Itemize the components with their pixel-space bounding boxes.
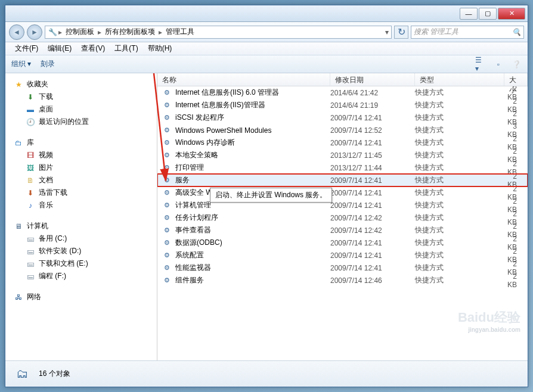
file-type: 快捷方式 — [415, 125, 504, 135]
crumb-all-items[interactable]: 所有控制面板项 — [103, 27, 157, 37]
col-size[interactable]: 大小 — [504, 73, 528, 86]
shortcut-icon: ⚙ — [162, 226, 172, 235]
file-date: 2014/6/4 21:42 — [330, 89, 415, 97]
sidebar-item-downloads[interactable]: ⬇下载 — [5, 91, 157, 103]
sidebar-item-documents[interactable]: 🗎文档 — [5, 174, 157, 186]
sidebar-computer[interactable]: 🖥计算机 — [5, 220, 157, 232]
preview-pane-icon[interactable]: ▫ — [493, 59, 504, 70]
search-input[interactable]: 搜索 管理工具 🔍 — [411, 26, 524, 39]
sidebar-item-drive-c[interactable]: 🖴备用 (C:) — [5, 232, 157, 245]
table-row[interactable]: ⚙数据源(ODBC)2009/7/14 12:41快捷方式2 KB — [157, 237, 528, 249]
crumb-admin-tools[interactable]: 管理工具 — [163, 27, 197, 37]
explorer-window: — ▢ ✕ ◄ ► 🔧 ▸ 控制面板 ▸ 所有控制面板项 ▸ 管理工具 ▾ ↻ … — [5, 5, 528, 387]
shortcut-icon: ⚙ — [162, 201, 172, 210]
drive-icon: 🖴 — [26, 247, 35, 256]
file-date: 2009/7/14 12:41 — [330, 139, 415, 147]
close-button[interactable]: ✕ — [498, 8, 525, 20]
file-type: 快捷方式 — [415, 175, 504, 185]
sidebar-item-xunlei[interactable]: ⬇迅雷下载 — [5, 186, 157, 199]
body: ★收藏夹 ⬇下载 ▬桌面 🕘最近访问的位置 🗀库 🎞视频 🖼图片 🗎文档 ⬇迅雷… — [5, 73, 528, 360]
shortcut-icon: ⚙ — [162, 176, 172, 185]
col-date[interactable]: 修改日期 — [330, 73, 415, 86]
recent-icon: 🕘 — [26, 117, 35, 127]
file-type: 快捷方式 — [415, 275, 504, 285]
table-row[interactable]: ⚙打印管理2013/12/7 11:44快捷方式2 KB — [157, 161, 528, 174]
shortcut-icon: ⚙ — [162, 251, 172, 260]
table-row[interactable]: ⚙Windows PowerShell Modules2009/7/14 12:… — [157, 124, 528, 136]
library-icon: 🗀 — [14, 138, 23, 148]
file-date: 2009/7/14 12:41 — [330, 251, 415, 260]
file-date: 2013/12/7 11:44 — [330, 164, 415, 172]
sidebar-item-music[interactable]: ♪音乐 — [5, 199, 157, 211]
maximize-button[interactable]: ▢ — [479, 8, 497, 20]
sidebar-network[interactable]: 🖧网络 — [5, 291, 157, 303]
back-button[interactable]: ◄ — [9, 24, 24, 40]
file-date: 2009/7/14 12:41 — [330, 189, 415, 197]
table-row[interactable]: ⚙iSCSI 发起程序2009/7/14 12:41快捷方式2 KB — [157, 111, 528, 124]
drive-icon: 🖴 — [26, 259, 35, 269]
sidebar-libraries[interactable]: 🗀库 — [5, 136, 157, 149]
sidebar-item-drive-f[interactable]: 🖴编程 (F:) — [5, 270, 157, 282]
sidebar-item-desktop[interactable]: ▬桌面 — [5, 103, 157, 116]
view-mode-icon[interactable]: ☰ ▾ — [475, 59, 486, 70]
sidebar-item-drive-e[interactable]: 🖴下载和文档 (E:) — [5, 257, 157, 270]
menu-view[interactable]: 查看(V) — [76, 43, 110, 54]
file-date: 2009/7/14 12:42 — [330, 226, 415, 235]
menubar: 文件(F) 编辑(E) 查看(V) 工具(T) 帮助(H) — [5, 42, 528, 55]
file-type: 快捷方式 — [415, 100, 504, 110]
file-date: 2014/6/4 21:19 — [330, 101, 415, 110]
sidebar-favorites[interactable]: ★收藏夹 — [5, 78, 157, 91]
file-date: 2009/7/14 12:41 — [330, 201, 415, 210]
shortcut-icon: ⚙ — [162, 263, 172, 273]
file-date: 2009/7/14 12:41 — [330, 239, 415, 247]
shortcut-icon: ⚙ — [162, 138, 172, 148]
table-row[interactable]: ⚙性能监视器2009/7/14 12:41快捷方式2 KB — [157, 262, 528, 274]
sidebar-item-videos[interactable]: 🎞视频 — [5, 149, 157, 161]
file-type: 快捷方式 — [415, 225, 504, 235]
rows-container: ⚙Internet 信息服务(IIS) 6.0 管理器2014/6/4 21:4… — [157, 86, 528, 360]
table-row[interactable]: ⚙系统配置2009/7/14 12:41快捷方式2 KB — [157, 249, 528, 262]
file-name: 组件服务 — [175, 275, 330, 285]
crumb-control-panel[interactable]: 控制面板 — [63, 27, 97, 37]
forward-button[interactable]: ► — [27, 24, 42, 40]
file-date: 2009/7/14 12:42 — [330, 214, 415, 222]
shortcut-icon: ⚙ — [162, 126, 172, 135]
table-row[interactable]: ⚙任务计划程序2009/7/14 12:42快捷方式2 KB — [157, 211, 528, 224]
desktop-icon: ▬ — [26, 105, 35, 114]
file-type: 快捷方式 — [415, 88, 504, 98]
refresh-button[interactable]: ↻ — [394, 26, 408, 39]
menu-tools[interactable]: 工具(T) — [110, 43, 142, 54]
shortcut-icon: ⚙ — [162, 238, 172, 248]
sidebar-item-recent[interactable]: 🕘最近访问的位置 — [5, 116, 157, 128]
file-date: 2009/7/14 12:41 — [330, 264, 415, 272]
menu-edit[interactable]: 编辑(E) — [43, 43, 76, 54]
file-name: 事件查看器 — [175, 225, 330, 235]
sidebar: ★收藏夹 ⬇下载 ▬桌面 🕘最近访问的位置 🗀库 🎞视频 🖼图片 🗎文档 ⬇迅雷… — [5, 73, 157, 360]
menu-file[interactable]: 文件(F) — [10, 43, 43, 54]
menu-help[interactable]: 帮助(H) — [143, 43, 177, 54]
col-name[interactable]: 名称 — [157, 73, 330, 86]
table-row[interactable]: ⚙Internet 信息服务(IIS) 6.0 管理器2014/6/4 21:4… — [157, 86, 528, 99]
minimize-button[interactable]: — — [460, 8, 478, 20]
table-row[interactable]: ⚙本地安全策略2013/12/7 11:45快捷方式2 KB — [157, 149, 528, 161]
toolbar-organize[interactable]: 组织 ▾ — [11, 59, 31, 69]
toolbar-burn[interactable]: 刻录 — [41, 59, 55, 69]
table-row[interactable]: ⚙Windows 内存诊断2009/7/14 12:41快捷方式2 KB — [157, 136, 528, 149]
table-row[interactable]: ⚙Internet 信息服务(IIS)管理器2014/6/4 21:19快捷方式… — [157, 99, 528, 111]
col-type[interactable]: 类型 — [415, 73, 504, 86]
file-type: 快捷方式 — [415, 138, 504, 148]
tooltip: 启动、终止并设置 Windows 服务。 — [210, 188, 332, 203]
breadcrumb[interactable]: 🔧 ▸ 控制面板 ▸ 所有控制面板项 ▸ 管理工具 ▾ — [45, 26, 392, 39]
shortcut-icon: ⚙ — [162, 113, 172, 123]
help-icon[interactable]: ❔ — [511, 59, 522, 70]
video-icon: 🎞 — [26, 151, 35, 160]
sidebar-item-pictures[interactable]: 🖼图片 — [5, 161, 157, 174]
star-icon: ★ — [14, 80, 23, 89]
file-name: Internet 信息服务(IIS)管理器 — [175, 100, 330, 110]
table-row[interactable]: ⚙事件查看器2009/7/14 12:42快捷方式2 KB — [157, 224, 528, 237]
table-row[interactable]: ⚙组件服务2009/7/14 12:46快捷方式2 KB — [157, 274, 528, 287]
file-type: 快捷方式 — [415, 238, 504, 248]
table-row[interactable]: ⚙服务2009/7/14 12:41快捷方式2 KB — [157, 174, 528, 186]
shortcut-icon: ⚙ — [162, 276, 172, 285]
sidebar-item-drive-d[interactable]: 🖴软件安装 (D:) — [5, 245, 157, 257]
